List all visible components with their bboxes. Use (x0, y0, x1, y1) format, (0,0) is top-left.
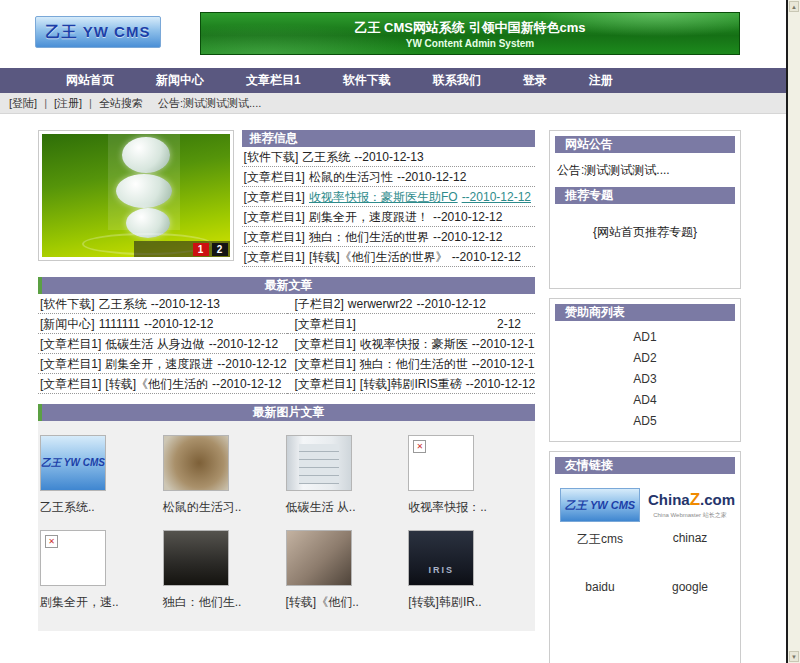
article-link[interactable]: [文章栏目1]剧集全开，速度跟进！--2010-12-12 (242, 207, 535, 227)
latest-articles-header: 最新文章 (38, 277, 535, 294)
picture-grid: 乙王 YW CMS 乙王系统.. 松鼠的生活习.. 低碳生活 从.. (38, 421, 535, 631)
picture-article[interactable]: 独白：他们生.. (163, 530, 286, 611)
picture-article[interactable]: [转载]《他们.. (286, 530, 409, 611)
article-link[interactable]: [文章栏目1]独白：他们生活的世--2010-12-12 (287, 354, 536, 374)
sponsor-link[interactable]: AD2 (555, 348, 735, 369)
nav-item-news[interactable]: 新闻中心 (135, 72, 225, 89)
article-date: --2010-12-12 (397, 170, 466, 184)
friend-link-label: chinaz (645, 531, 735, 545)
article-title: [转载]《他们生活的 (105, 377, 208, 391)
article-category: [文章栏目1] (295, 337, 356, 351)
picture-caption: 收视率快报：.. (408, 499, 531, 516)
friend-link-google[interactable]: google (645, 568, 735, 594)
article-category: [文章栏目1] (244, 250, 305, 264)
article-date: --2010-12-12 (472, 337, 535, 351)
article-link[interactable]: [新闻中心]1111111--2010-12-12 (38, 314, 287, 334)
article-category: [文章栏目1] (40, 337, 101, 351)
topics-title: 推荐专题 (555, 187, 735, 204)
recommend-list: [软件下载]乙王系统--2010-12-13 [文章栏目1]松鼠的生活习性--2… (242, 147, 535, 267)
topics-link[interactable]: {网站首页推荐专题} (555, 204, 735, 283)
globe-shape (116, 174, 172, 208)
sponsor-link[interactable]: AD1 (555, 327, 735, 348)
page: 乙王 YW CMS 乙王 CMS网站系统 引领中国新特色cms YW Conte… (0, 0, 800, 663)
nav-item-contact[interactable]: 联系我们 (412, 72, 502, 89)
article-title: 收视率快报：豪斯医 (360, 337, 468, 351)
article-link[interactable]: [文章栏目1]2-12 (287, 314, 536, 334)
nav-item-downloads[interactable]: 软件下载 (322, 72, 412, 89)
nav-item-home[interactable]: 网站首页 (45, 72, 135, 89)
sponsors-title: 赞助商列表 (555, 304, 735, 321)
picture-caption: 剧集全开，速.. (40, 594, 163, 611)
latest-articles-columns: [软件下载]乙王系统--2010-12-13 [新闻中心]1111111--20… (38, 294, 535, 394)
article-title: 剧集全开，速度跟进 (105, 357, 213, 371)
picture-article[interactable]: 低碳生活 从.. (286, 435, 409, 516)
thumbnail-fridge-photo (286, 435, 352, 491)
article-date: --2010-12-12 (212, 377, 281, 391)
picture-caption: 松鼠的生活习.. (163, 499, 286, 516)
article-link[interactable]: [文章栏目1]收视率快报：豪斯医--2010-12-12 (287, 334, 536, 354)
main-content: 1 2 推荐信息 [软件下载]乙王系统--2010-12-13 (0, 114, 786, 663)
thumbnail-squirrel-photo (163, 435, 229, 491)
notice-box: 网站公告 公告:测试测试测试.... 推荐专题 {网站首页推荐专题} (549, 130, 741, 289)
banner-title: 乙王 CMS网站系统 引领中国新特色cms (201, 19, 739, 37)
register-link[interactable]: [注册] (54, 96, 82, 111)
picture-article[interactable]: 松鼠的生活习.. (163, 435, 286, 516)
left-column: 1 2 推荐信息 [软件下载]乙王系统--2010-12-13 (38, 130, 535, 631)
article-date: --2010-12-12 (466, 377, 535, 391)
banner-subtitle: YW Content Admin System (201, 38, 739, 49)
article-category: [文章栏目1] (40, 357, 101, 371)
article-link[interactable]: [文章栏目1]剧集全开，速度跟进--2010-12-12 (38, 354, 287, 374)
thumbnail-yw-logo: 乙王 YW CMS (40, 435, 106, 491)
sponsor-link[interactable]: AD5 (555, 411, 735, 432)
article-link-highlighted[interactable]: [文章栏目1]收视率快报：豪斯医生助FO--2010-12-12 (242, 187, 535, 207)
article-link[interactable]: [文章栏目1]松鼠的生活习性--2010-12-12 (242, 167, 535, 187)
article-date: --2010-12-12 (209, 337, 278, 351)
article-title: 低碳生活 从身边做 (105, 337, 204, 351)
pager-button-1[interactable]: 1 (193, 243, 209, 256)
scroll-down-button[interactable]: ▼ (789, 651, 799, 662)
article-link[interactable]: [子栏目2]werwerwr22--2010-12-12 (287, 294, 536, 314)
sponsor-link[interactable]: AD4 (555, 390, 735, 411)
browser-scrollbar[interactable]: ▲ ▼ (786, 0, 800, 663)
sponsor-link[interactable]: AD3 (555, 369, 735, 390)
article-link[interactable]: [软件下载]乙王系统--2010-12-13 (242, 147, 535, 167)
article-link[interactable]: [文章栏目1]独白：他们生活的世界--2010-12-12 (242, 227, 535, 247)
picture-caption: 低碳生活 从.. (286, 499, 409, 516)
article-category: [文章栏目1] (244, 230, 305, 244)
site-header: 乙王 YW CMS 乙王 CMS网站系统 引领中国新特色cms YW Conte… (0, 0, 786, 68)
article-title: [转载]韩剧IRIS重磅 (360, 377, 462, 391)
picture-article[interactable]: 乙王 YW CMS 乙王系统.. (40, 435, 163, 516)
friend-link-chinaz[interactable]: ChinaZ.com China Webmaster 站长之家 chinaz (645, 488, 735, 548)
login-link[interactable]: [登陆] (9, 96, 37, 111)
slideshow[interactable]: 1 2 (38, 130, 234, 261)
article-link[interactable]: [文章栏目1][转载]韩剧IRIS重磅--2010-12-12 (287, 374, 536, 394)
picture-caption: [转载]韩剧IR.. (408, 594, 531, 611)
nav-item-login[interactable]: 登录 (502, 72, 568, 89)
article-date: --2010-12-13 (354, 150, 423, 164)
nav-item-register[interactable]: 注册 (568, 72, 634, 89)
sponsors-list: AD1 AD2 AD3 AD4 AD5 (555, 321, 735, 436)
nav-item-articles[interactable]: 文章栏目1 (225, 72, 322, 89)
article-date: --2010-12-12 (217, 357, 286, 371)
picture-article[interactable]: IRIS [转载]韩剧IR.. (408, 530, 531, 611)
iris-poster-text: IRIS (409, 565, 473, 575)
friend-link-baidu[interactable]: baidu (555, 568, 645, 594)
scroll-up-button[interactable]: ▲ (789, 1, 799, 12)
article-link[interactable]: [文章栏目1][转载]《他们生活的世界》--2010-12-12 (242, 247, 535, 267)
article-link[interactable]: [文章栏目1]低碳生活 从身边做--2010-12-12 (38, 334, 287, 354)
friend-link-ywcms[interactable]: 乙王 YW CMS 乙王cms (555, 488, 645, 548)
site-search-link[interactable]: 全站搜索 (99, 96, 143, 111)
latest-articles-title: 最新文章 (42, 277, 535, 294)
pager-button-2[interactable]: 2 (212, 243, 228, 256)
notice-content: 公告:测试测试测试.... (555, 153, 735, 187)
article-link[interactable]: [软件下载]乙王系统--2010-12-13 (38, 294, 287, 314)
article-link[interactable]: [文章栏目1][转载]《他们生活的--2010-12-12 (38, 374, 287, 394)
article-category: [文章栏目1] (244, 190, 305, 204)
article-date: --2010-12-12 (472, 357, 535, 371)
picture-article[interactable]: ✕ 收视率快报：.. (408, 435, 531, 516)
picture-article[interactable]: ✕ 剧集全开，速.. (40, 530, 163, 611)
article-category: [文章栏目1] (244, 210, 305, 224)
sponsors-box: 赞助商列表 AD1 AD2 AD3 AD4 AD5 (549, 298, 741, 442)
main-column: 乙王 YW CMS 乙王 CMS网站系统 引领中国新特色cms YW Conte… (0, 0, 786, 663)
chinaz-logo-subtext: China Webmaster 站长之家 (648, 511, 732, 520)
